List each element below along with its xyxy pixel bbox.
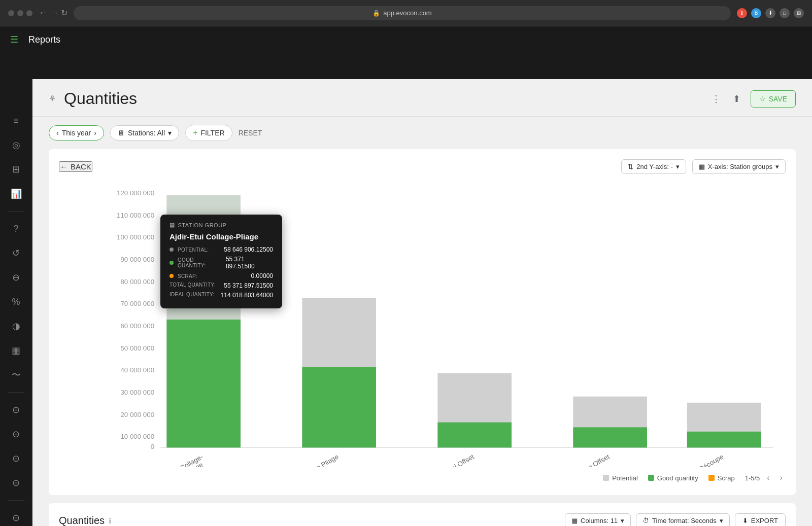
ext-icon-4[interactable]: □	[780, 8, 790, 18]
main-content: ⚘ Quantities ⋮ ⬆ ☆ SAVE ‹ This year › 🖥	[32, 79, 812, 526]
sidebar-item-s4[interactable]: ⊙	[5, 472, 27, 494]
prev-arrow-icon[interactable]: ‹	[56, 129, 59, 137]
sidebar-item-gauge[interactable]: ◑	[5, 315, 27, 337]
browser-refresh-btn[interactable]	[26, 10, 32, 16]
ext-icon-1[interactable]: ℹ	[737, 8, 747, 18]
s3-icon: ⊙	[12, 453, 20, 464]
stations-chevron-icon: ▾	[168, 129, 172, 137]
gauge-icon: ◑	[12, 321, 20, 332]
x-axis-icon: ▦	[699, 163, 705, 170]
time-period-btn[interactable]: ‹ This year ›	[49, 125, 104, 141]
chart-container: ← BACK ⇅ 2nd Y-axis: - ▾ ▦ X-axis: Stati…	[49, 149, 796, 495]
chart-controls: ⇅ 2nd Y-axis: - ▾ ▦ X-axis: Station grou…	[621, 159, 786, 174]
hamburger-icon[interactable]: ☰	[10, 34, 18, 45]
page-title: Quantities	[64, 89, 137, 108]
browser-nav-forward[interactable]: →	[50, 8, 59, 18]
svg-text:Ajdir-Notice Pliage: Ajdir-Notice Pliage	[288, 453, 340, 468]
sidebar-item-list[interactable]: ≡	[5, 110, 27, 132]
table-title-text: Quantities	[59, 515, 105, 526]
sidebar-item-s3[interactable]: ⊙	[5, 447, 27, 470]
add-filter-btn[interactable]: + FILTER	[185, 125, 232, 141]
tooltip-scrap-label: SCRAP:	[178, 273, 197, 279]
share-btn[interactable]: ⬆	[731, 91, 742, 107]
svg-text:0: 0	[151, 443, 154, 450]
undo-icon: ↺	[12, 248, 20, 259]
prev-page-btn[interactable]: ‹	[764, 472, 772, 483]
legend-scrap-label: Scrap	[718, 474, 735, 482]
browser-nav-refresh[interactable]: ↻	[61, 8, 67, 18]
ext-icon-5[interactable]: ⊞	[794, 8, 804, 18]
more-options-btn[interactable]: ⋮	[709, 91, 723, 107]
time-icon: ⏱	[642, 517, 649, 524]
x-axis-label: X-axis: Station groups	[708, 163, 772, 170]
sidebar-item-wave[interactable]: 〜	[5, 364, 27, 386]
reset-btn[interactable]: RESET	[239, 129, 262, 137]
next-page-btn[interactable]: ›	[777, 472, 786, 483]
bar-good-5[interactable]	[687, 432, 761, 448]
bar-good-4[interactable]	[573, 427, 647, 447]
tooltip-total-value: 55 371 897.51500	[224, 282, 273, 289]
sidebar-item-s5[interactable]: ⊙	[5, 507, 27, 526]
sidebar-item-s1[interactable]: ⊙	[5, 399, 27, 421]
bar-good-3[interactable]	[437, 423, 512, 448]
tooltip-title: Ajdir-Etui Collage-Pliage	[170, 232, 273, 241]
sidebar-item-dashboard[interactable]: ⊞	[5, 158, 27, 181]
sidebar-item-help[interactable]: ?	[5, 218, 27, 240]
next-arrow-icon[interactable]: ›	[94, 129, 96, 137]
browser-nav-back[interactable]: ←	[39, 8, 48, 18]
svg-text:30 000 000: 30 000 000	[120, 389, 154, 396]
y-axis-btn[interactable]: ⇅ 2nd Y-axis: - ▾	[621, 159, 686, 174]
stations-label: Stations: All	[128, 129, 165, 137]
browser-forward-btn[interactable]	[17, 10, 23, 16]
pagination-label: 1-5/5	[745, 474, 760, 482]
columns-icon: ▦	[571, 517, 578, 524]
bar-good-1[interactable]	[166, 320, 241, 447]
download-icon: ⬇	[742, 517, 748, 524]
time-period-label: This year	[62, 129, 91, 137]
sidebar-item-block[interactable]: ⊖	[5, 266, 27, 289]
sidebar-divider-3	[8, 500, 24, 501]
x-axis-btn[interactable]: ▦ X-axis: Station groups ▾	[692, 159, 786, 174]
ext-icon-2[interactable]: B	[751, 8, 761, 18]
sidebar: ≡ ◎ ⊞ 📊 ? ↺ ⊖ %	[0, 79, 32, 526]
back-arrow-icon: ←	[60, 162, 67, 171]
tooltip-potential-row: POTENTIAL: 58 646 906.12500	[170, 246, 273, 253]
ext-icon-3[interactable]: ⬇	[765, 8, 775, 18]
sidebar-item-target[interactable]: ◎	[5, 134, 27, 156]
export-btn[interactable]: ⬇ EXPORT	[735, 513, 786, 526]
legend-good: Good quantity	[648, 474, 698, 482]
tooltip-ideal-row: IDEAL QUANTITY: 114 018 803.64000	[170, 292, 273, 299]
save-button[interactable]: ☆ SAVE	[751, 90, 796, 108]
back-button[interactable]: ← BACK	[59, 161, 92, 172]
svg-text:50 000 000: 50 000 000	[120, 344, 154, 352]
tooltip-ideal-value: 114 018 803.64000	[221, 292, 273, 299]
chart-legend: Potential Good quantity Scrap 1-5/5 ‹ ›	[59, 472, 786, 483]
sidebar-item-reports[interactable]: 📊	[5, 183, 27, 205]
time-format-btn[interactable]: ⏱ Time format: Seconds ▾	[636, 513, 730, 526]
sidebar-item-undo[interactable]: ↺	[5, 242, 27, 264]
monitor-icon: 🖥	[118, 129, 125, 137]
back-label: BACK	[71, 162, 91, 171]
tooltip-scrap-dot	[170, 274, 174, 278]
svg-text:110 000 000: 110 000 000	[117, 212, 154, 219]
sidebar-item-barchart[interactable]: ▦	[5, 339, 27, 362]
s1-icon: ⊙	[12, 404, 20, 415]
breadcrumb-icon[interactable]: ⚘	[49, 94, 56, 103]
table-section: Quantities ℹ ▦ Columns: 11 ▾ ⏱ Time form…	[49, 503, 796, 526]
star-icon: ☆	[759, 95, 766, 103]
svg-text:10 000 000: 10 000 000	[120, 433, 154, 440]
s4-icon: ⊙	[12, 477, 20, 488]
bar-good-2[interactable]	[302, 367, 376, 447]
columns-btn[interactable]: ▦ Columns: 11 ▾	[565, 513, 631, 526]
legend-good-label: Good quantity	[657, 474, 698, 482]
tooltip-total-label: TOTAL QUANTITY:	[170, 282, 216, 289]
page-header: ⚘ Quantities ⋮ ⬆ ☆ SAVE	[32, 79, 812, 117]
tooltip-ideal-label: IDEAL QUANTITY:	[170, 292, 215, 299]
address-bar[interactable]: 🔒 app.evocon.com	[74, 6, 731, 20]
stations-filter-btn[interactable]: 🖥 Stations: All ▾	[110, 125, 179, 141]
table-info-icon[interactable]: ℹ	[109, 517, 111, 525]
browser-back-btn[interactable]	[8, 10, 14, 16]
save-label: SAVE	[769, 95, 787, 103]
sidebar-item-s2[interactable]: ⊙	[5, 423, 27, 445]
sidebar-item-percent[interactable]: %	[5, 291, 27, 313]
